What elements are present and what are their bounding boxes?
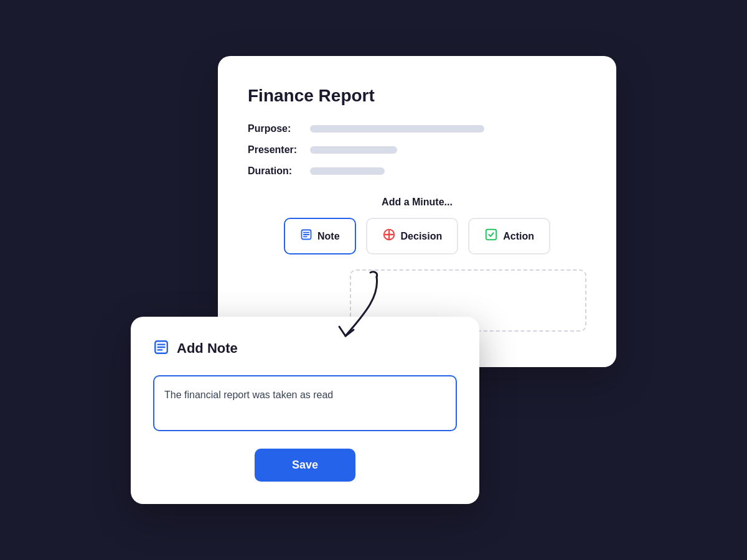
- action-button[interactable]: Action: [468, 218, 550, 254]
- decision-button[interactable]: Decision: [366, 218, 459, 254]
- purpose-label: Purpose:: [248, 123, 310, 134]
- note-text-input[interactable]: [153, 375, 457, 431]
- note-button[interactable]: Note: [284, 218, 356, 254]
- action-button-label: Action: [503, 231, 534, 242]
- decision-icon: [382, 228, 396, 245]
- add-note-title: Add Note: [177, 340, 238, 357]
- add-note-icon: [153, 339, 169, 358]
- note-button-label: Note: [317, 231, 340, 242]
- finance-report-title: Finance Report: [248, 86, 586, 106]
- action-icon: [484, 228, 498, 245]
- add-note-header: Add Note: [153, 339, 457, 358]
- note-input-wrapper: [153, 375, 457, 434]
- purpose-row: Purpose:: [248, 123, 586, 134]
- presenter-value: [310, 146, 397, 154]
- duration-value: [310, 167, 385, 175]
- presenter-row: Presenter:: [248, 144, 586, 156]
- add-minute-label: Add a Minute...: [248, 197, 586, 208]
- arrow-pointer: [330, 268, 405, 342]
- decision-button-label: Decision: [401, 231, 443, 242]
- save-button[interactable]: Save: [255, 449, 355, 482]
- duration-row: Duration:: [248, 166, 586, 177]
- minute-buttons-container: Note Decision: [248, 218, 586, 254]
- note-icon: [300, 228, 312, 244]
- presenter-label: Presenter:: [248, 144, 310, 156]
- svg-rect-7: [486, 230, 497, 240]
- add-minute-section: Add a Minute... Note: [248, 197, 586, 332]
- duration-label: Duration:: [248, 166, 310, 177]
- add-note-card: Add Note Save: [131, 317, 479, 504]
- purpose-value: [310, 125, 484, 133]
